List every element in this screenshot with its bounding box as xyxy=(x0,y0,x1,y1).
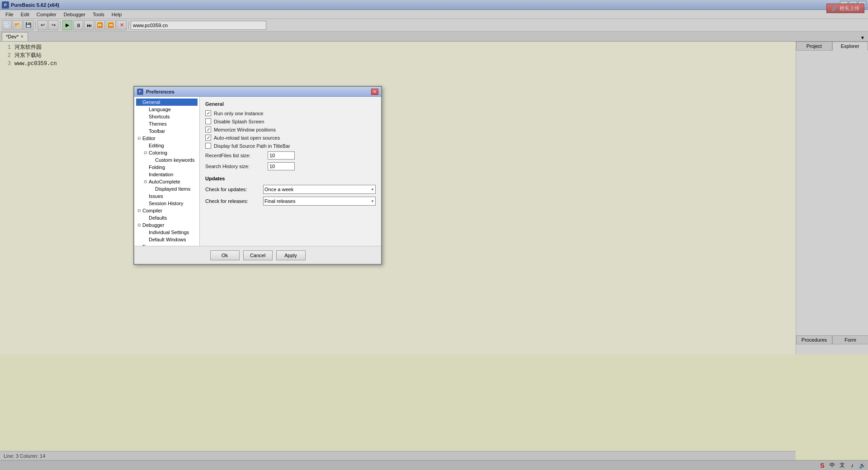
tree-item-custom-keywords[interactable]: Custom keywords xyxy=(136,156,198,164)
preferences-dialog: P Preferences ✕ General Language Shortcu xyxy=(133,86,382,265)
tree-label-indentation: Indentation xyxy=(149,172,173,177)
dialog-body: General Language Shortcuts Themes Toolba… xyxy=(134,97,381,246)
tree-label-themes: Themes xyxy=(149,121,167,127)
label-disable-splash: Disable Splash Screen xyxy=(214,119,264,124)
tree-item-issues[interactable]: Issues xyxy=(136,193,198,200)
settings-panel: General Run only one Instance Disable Sp… xyxy=(200,97,381,246)
tree-item-default-windows[interactable]: Default Windows xyxy=(136,236,198,243)
tree-item-themes[interactable]: Themes xyxy=(136,120,198,127)
tree-label-debugger: Debugger xyxy=(142,222,164,228)
autocomplete-expander[interactable] xyxy=(142,179,149,185)
tree-label-default-windows: Default Windows xyxy=(149,237,186,242)
tree-item-coloring[interactable]: Coloring xyxy=(136,149,198,156)
label-memorize-window: Memorize Window positions xyxy=(214,127,276,132)
dialog-close-button[interactable]: ✕ xyxy=(371,89,378,95)
tree-label-general: General xyxy=(142,99,160,105)
tree-label-form: Form xyxy=(142,244,154,246)
tree-label-editing: Editing xyxy=(149,143,164,148)
select-updates-arrow: ▼ xyxy=(371,188,374,192)
tree-item-editing[interactable]: Editing xyxy=(136,142,198,149)
checkbox-display-full-path[interactable] xyxy=(205,143,211,149)
tree-item-displayed-items[interactable]: Displayed Items xyxy=(136,185,198,193)
tree-item-indentation[interactable]: Indentation xyxy=(136,171,198,178)
checkbox-row-disable-splash: Disable Splash Screen xyxy=(205,118,376,124)
checkbox-auto-reload[interactable] xyxy=(205,135,211,141)
select-releases-value: Final releases xyxy=(264,198,295,204)
checkbox-row-display-full-path: Display full Source Path in TitleBar xyxy=(205,143,376,149)
checkbox-row-run-one-instance: Run only one Instance xyxy=(205,110,376,116)
tree-label-toolbar: Toolbar xyxy=(149,128,165,134)
select-check-updates[interactable]: Once a week ▼ xyxy=(263,185,376,194)
tree-item-individual-settings[interactable]: Individual Settings xyxy=(136,229,198,236)
tree-item-form[interactable]: Form xyxy=(136,243,198,246)
checkbox-memorize-window[interactable] xyxy=(205,127,211,132)
tree-label-session-history: Session History xyxy=(149,201,183,206)
coloring-expander[interactable] xyxy=(142,150,149,156)
settings-section-title: General xyxy=(205,101,376,107)
tree-label-compiler: Compiler xyxy=(142,208,162,213)
label-display-full-path: Display full Source Path in TitleBar xyxy=(214,143,290,149)
dialog-titlebar: P Preferences ✕ xyxy=(134,87,381,97)
compiler-expander[interactable] xyxy=(136,207,142,214)
checkbox-row-memorize-window: Memorize Window positions xyxy=(205,127,376,132)
tree-label-displayed-items: Displayed Items xyxy=(155,186,190,192)
label-check-updates: Check for updates: xyxy=(205,187,259,192)
general-expander[interactable] xyxy=(136,99,142,105)
label-auto-reload: Auto-reload last open sources xyxy=(214,135,280,141)
editor-expander[interactable] xyxy=(136,135,142,141)
label-recent-files: RecentFiles list size: xyxy=(205,153,264,158)
apply-button[interactable]: Apply xyxy=(276,250,306,260)
tree-label-autocomplete: AutoComplete xyxy=(149,179,180,184)
checkbox-disable-splash[interactable] xyxy=(205,118,211,124)
debugger-expander[interactable] xyxy=(136,222,142,228)
tree-item-debugger[interactable]: Debugger xyxy=(136,221,198,229)
checkbox-row-auto-reload: Auto-reload last open sources xyxy=(205,135,376,141)
tree-label-issues: Issues xyxy=(149,193,163,199)
ok-button[interactable]: Ok xyxy=(210,250,240,260)
dialog-buttons: Ok Cancel Apply xyxy=(134,246,381,264)
tree-label-editor: Editor xyxy=(142,136,156,141)
tree-item-compiler[interactable]: Compiler xyxy=(136,207,198,214)
tree-label-defaults: Defaults xyxy=(149,215,167,221)
tree-panel: General Language Shortcuts Themes Toolba… xyxy=(134,97,200,246)
tree-label-custom-keywords: Custom keywords xyxy=(155,157,194,163)
select-row-check-releases: Check for releases: Final releases ▼ xyxy=(205,197,376,206)
tree-item-session-history[interactable]: Session History xyxy=(136,200,198,207)
label-check-releases: Check for releases: xyxy=(205,198,259,204)
tree-label-coloring: Coloring xyxy=(149,150,167,155)
select-releases-arrow: ▼ xyxy=(371,199,374,203)
tree-label-shortcuts: Shortcuts xyxy=(149,114,170,119)
tree-item-defaults[interactable]: Defaults xyxy=(136,214,198,221)
tree-item-toolbar[interactable]: Toolbar xyxy=(136,127,198,135)
tree-label-individual-settings: Individual Settings xyxy=(149,230,189,235)
input-search-history[interactable] xyxy=(268,162,295,170)
tree-label-language: Language xyxy=(149,107,171,112)
label-search-history: Search History size: xyxy=(205,164,264,169)
select-updates-value: Once a week xyxy=(264,187,293,192)
cancel-button[interactable]: Cancel xyxy=(243,250,273,260)
tree-item-language[interactable]: Language xyxy=(136,106,198,113)
tree-label-folding: Folding xyxy=(149,164,165,170)
dialog-title: Preferences xyxy=(146,89,371,94)
tree-item-editor[interactable]: Editor xyxy=(136,135,198,142)
input-recent-files[interactable] xyxy=(268,151,295,160)
tree-item-folding[interactable]: Folding xyxy=(136,164,198,171)
tree-item-shortcuts[interactable]: Shortcuts xyxy=(136,113,198,120)
tree-item-general[interactable]: General xyxy=(136,99,198,106)
select-check-releases[interactable]: Final releases ▼ xyxy=(263,197,376,206)
dialog-overlay: P Preferences ✕ General Language Shortcu xyxy=(0,0,868,470)
updates-section-title: Updates xyxy=(205,176,376,181)
field-row-recent-files: RecentFiles list size: xyxy=(205,151,376,160)
tree-item-autocomplete[interactable]: AutoComplete xyxy=(136,178,198,185)
field-row-search-history: Search History size: xyxy=(205,162,376,170)
label-run-one-instance: Run only one Instance xyxy=(214,111,263,116)
select-row-check-updates: Check for updates: Once a week ▼ xyxy=(205,185,376,194)
checkbox-run-one-instance[interactable] xyxy=(205,110,211,116)
dialog-icon: P xyxy=(137,89,143,95)
